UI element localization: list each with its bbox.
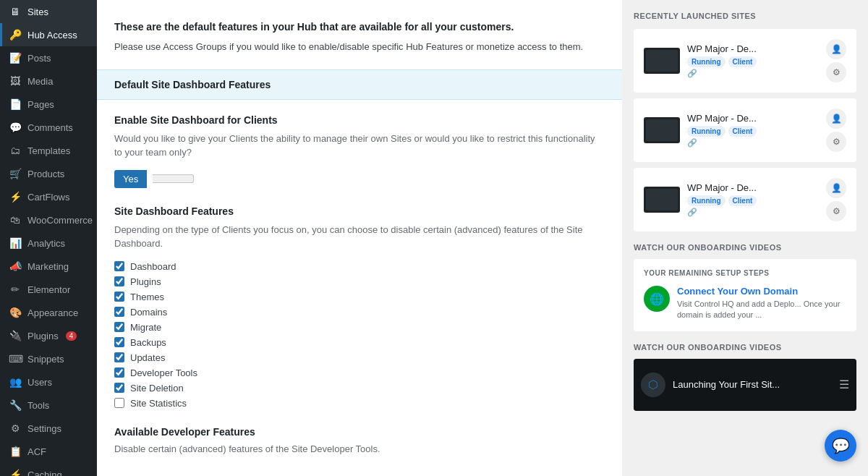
- sidebar-item-acf[interactable]: 📋 ACF: [0, 440, 97, 463]
- sidebar: 🖥 Sites 🔑 Hub Access 📝 Posts 🖼 Media 📄 P…: [0, 0, 97, 476]
- setup-item-title[interactable]: Connect Your Own Domain: [677, 286, 846, 297]
- sidebar-item-comments[interactable]: 💬 Comments: [0, 116, 97, 139]
- checkbox-label-9: Site Statistics: [130, 398, 187, 409]
- sidebar-item-snippets[interactable]: ⌨ Snippets: [0, 347, 97, 370]
- checkbox-domains[interactable]: [114, 307, 124, 317]
- checkbox-item-8[interactable]: Site Deletion: [114, 383, 605, 394]
- sidebar-item-plugins[interactable]: 🔌 Plugins 4: [0, 324, 97, 347]
- sidebar-label-posts: Posts: [27, 53, 51, 64]
- checkbox-label-7: Developer Tools: [130, 367, 197, 378]
- site-name-0: WP Major - De...: [687, 43, 819, 54]
- checkbox-migrate[interactable]: [114, 322, 124, 332]
- sidebar-label-woocommerce: WooCommerce: [27, 215, 93, 226]
- checkbox-item-4[interactable]: Migrate: [114, 322, 605, 333]
- sidebar-item-elementor[interactable]: ✏ Elementor: [0, 278, 97, 301]
- site-info-2: WP Major - De... Running Client 🔗: [687, 182, 819, 217]
- sidebar-label-products: Products: [27, 169, 64, 179]
- sidebar-item-templates[interactable]: 🗂 Templates: [0, 139, 97, 162]
- chat-button[interactable]: 💬: [825, 430, 856, 462]
- sidebar-item-pages[interactable]: 📄 Pages: [0, 93, 97, 116]
- type-badge-1: Client: [728, 126, 757, 137]
- checkbox-item-7[interactable]: Developer Tools: [114, 367, 605, 378]
- checkbox-list: Dashboard Plugins Themes Domains Migrate…: [114, 261, 605, 409]
- checkbox-site-statistics[interactable]: [114, 398, 124, 408]
- sidebar-item-sites[interactable]: 🖥 Sites: [0, 0, 97, 23]
- video-logo-icon: ⬡: [641, 373, 665, 397]
- available-dev-title: Available Developer Features: [114, 426, 605, 438]
- onboarding-title: WATCH OUR ONBOARDING VIDEOS: [634, 243, 856, 252]
- sidebar-label-media: Media: [27, 76, 53, 87]
- video-card[interactable]: ⬡ Launching Your First Sit... ☰: [634, 359, 856, 411]
- site-card-2: WP Major - De... Running Client 🔗 👤 ⚙: [634, 168, 856, 231]
- toggle-no-button[interactable]: [153, 174, 194, 183]
- sidebar-icon-users: 👥: [9, 376, 22, 388]
- sidebar-label-settings: Settings: [27, 423, 61, 434]
- setup-item-desc: Visit Control HQ and add a Deplo... Once…: [677, 299, 846, 321]
- checkbox-developer-tools[interactable]: [114, 367, 124, 378]
- site-card-1: WP Major - De... Running Client 🔗 👤 ⚙: [634, 98, 856, 162]
- toggle-wrap: Yes: [114, 170, 605, 188]
- sidebar-icon-media: 🖼: [9, 75, 22, 87]
- sidebar-item-settings[interactable]: ⚙ Settings: [0, 417, 97, 440]
- section-header: Default Site Dashboard Features: [97, 69, 622, 100]
- checkbox-item-5[interactable]: Backups: [114, 337, 605, 348]
- checkbox-label-0: Dashboard: [130, 261, 176, 272]
- sidebar-label-caching: Caching: [27, 469, 62, 477]
- checkbox-label-5: Backups: [130, 337, 166, 348]
- checkbox-label-2: Themes: [130, 292, 164, 302]
- intro-bold: These are the default features in your H…: [114, 21, 514, 33]
- sidebar-icon-elementor: ✏: [9, 284, 22, 295]
- site-badges-0: Running Client: [687, 56, 819, 67]
- site-thumb-2: [644, 187, 680, 213]
- sidebar-item-caching[interactable]: ⚡ Caching: [0, 463, 97, 476]
- checkbox-item-9[interactable]: Site Statistics: [114, 398, 605, 409]
- enable-desc: Would you like to give your Clients the …: [114, 132, 605, 160]
- checkbox-item-1[interactable]: Plugins: [114, 276, 605, 287]
- sidebar-label-hub-access: Hub Access: [27, 30, 77, 41]
- checkbox-item-0[interactable]: Dashboard: [114, 261, 605, 272]
- checkbox-plugins[interactable]: [114, 276, 124, 286]
- sidebar-item-media[interactable]: 🖼 Media: [0, 69, 97, 93]
- sidebar-item-analytics[interactable]: 📊 Analytics: [0, 231, 97, 255]
- checkbox-dashboard[interactable]: [114, 261, 124, 271]
- checkbox-backups[interactable]: [114, 337, 124, 347]
- site-gear-btn-2[interactable]: ⚙: [826, 201, 846, 221]
- checkbox-site-deletion[interactable]: [114, 383, 124, 393]
- site-actions-0: 👤 ⚙: [826, 39, 846, 82]
- sidebar-item-marketing[interactable]: 📣 Marketing: [0, 255, 97, 278]
- checkbox-item-6[interactable]: Updates: [114, 352, 605, 363]
- checkbox-updates[interactable]: [114, 352, 124, 362]
- sidebar-icon-hub-access: 🔑: [9, 29, 22, 41]
- site-gear-btn-1[interactable]: ⚙: [826, 132, 846, 152]
- dashboard-features-title: Site Dashboard Features: [114, 205, 605, 217]
- site-person-btn-0[interactable]: 👤: [826, 39, 846, 59]
- sidebar-label-acf: ACF: [27, 446, 46, 457]
- sidebar-item-woocommerce[interactable]: 🛍 WooCommerce: [0, 208, 97, 231]
- site-person-btn-2[interactable]: 👤: [826, 178, 846, 198]
- sidebar-item-posts[interactable]: 📝 Posts: [0, 46, 97, 69]
- sites-list: WP Major - De... Running Client 🔗 👤 ⚙ WP…: [634, 29, 856, 231]
- site-gear-btn-0[interactable]: ⚙: [826, 62, 846, 82]
- checkbox-item-2[interactable]: Themes: [114, 292, 605, 302]
- sidebar-label-pages: Pages: [27, 99, 54, 110]
- sidebar-item-tools[interactable]: 🔧 Tools: [0, 394, 97, 417]
- setup-card: YOUR REMAINING SETUP STEPS 🌐 Connect You…: [634, 259, 856, 331]
- setup-icon: 🌐: [644, 286, 670, 312]
- video-menu-icon[interactable]: ☰: [839, 378, 849, 391]
- sidebar-item-products[interactable]: 🛒 Products: [0, 162, 97, 185]
- checkbox-item-3[interactable]: Domains: [114, 307, 605, 318]
- sidebar-item-users[interactable]: 👥 Users: [0, 370, 97, 394]
- sidebar-item-hub-access[interactable]: 🔑 Hub Access: [0, 23, 97, 46]
- site-badges-2: Running Client: [687, 195, 819, 206]
- toggle-yes-button[interactable]: Yes: [114, 170, 147, 188]
- site-info-1: WP Major - De... Running Client 🔗: [687, 113, 819, 148]
- dashboard-features-desc: Depending on the type of Clients you foc…: [114, 223, 605, 251]
- sidebar-item-cartflows[interactable]: ⚡ CartFlows: [0, 185, 97, 208]
- setup-item: 🌐 Connect Your Own Domain Visit Control …: [644, 286, 846, 321]
- site-link-0: 🔗: [687, 69, 819, 78]
- checkbox-themes[interactable]: [114, 292, 124, 302]
- sidebar-item-appearance[interactable]: 🎨 Appearance: [0, 301, 97, 324]
- site-person-btn-1[interactable]: 👤: [826, 109, 846, 129]
- dashboard-features-section: Site Dashboard Features Depending on the…: [114, 205, 605, 409]
- available-dev-section: Available Developer Features Disable cer…: [114, 426, 605, 456]
